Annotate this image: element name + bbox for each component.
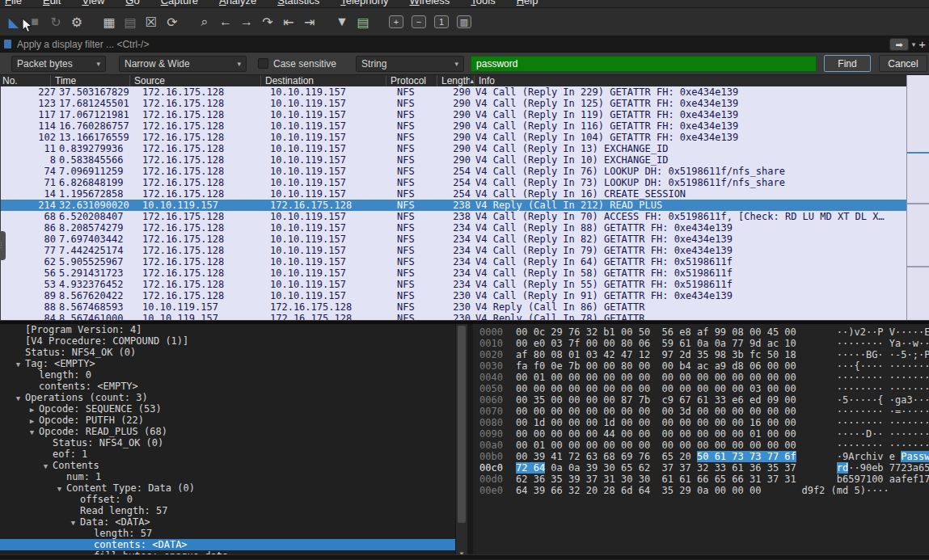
detail-row[interactable]: length: 0 [0, 369, 455, 381]
packet-row-114[interactable]: 11416.760286757172.16.175.12810.10.119.1… [1, 120, 907, 132]
column-header-destination[interactable]: Destination [260, 75, 386, 86]
search-type-dropdown[interactable]: String ▾ [356, 56, 464, 72]
menu-statistics[interactable]: Statistics [277, 0, 319, 6]
packet-row-14[interactable]: 141.195672858172.16.175.12810.10.119.157… [1, 188, 907, 200]
vertical-pane-divider[interactable] [467, 324, 473, 559]
details-scrollbar[interactable]: ▼ [455, 324, 467, 559]
display-filter-bar[interactable]: Apply a display filter ... <Ctrl-/> ➡ ▾ … [0, 36, 929, 53]
hex-row-0050[interactable]: 005000 00 00 00 00 00 00 00 00 00 00 00 … [473, 383, 929, 394]
hex-row-00b0[interactable]: 00b000 39 41 72 63 68 69 76 65 20 50 61 … [473, 451, 929, 462]
find-button[interactable]: Find [824, 55, 871, 72]
column-header-length[interactable]: Length▴ [437, 75, 474, 86]
filter-dropdown-caret-icon[interactable]: ▾ [912, 40, 916, 48]
packet-row-214[interactable]: 21432.63109002010.10.119.157172.16.175.1… [1, 200, 907, 211]
detail-row[interactable]: eof: 1 [0, 448, 455, 460]
column-header-protocol[interactable]: Protocol [386, 75, 437, 86]
go-back-icon[interactable]: ← [217, 13, 234, 31]
zoom-in-icon[interactable]: + [389, 15, 403, 28]
save-file-icon[interactable]: ▤ [121, 13, 139, 31]
case-sensitive-checkbox[interactable] [258, 58, 268, 69]
menu-analyze[interactable]: Analyze [219, 0, 256, 6]
expander-closed-icon[interactable]: ▶ [25, 415, 39, 427]
go-forward-icon[interactable]: → [238, 13, 255, 31]
packet-row-77[interactable]: 777.442425174172.16.175.12810.10.119.157… [1, 245, 907, 256]
detail-row[interactable]: ▶Opcode: PUTFH (22) [0, 415, 455, 426]
detail-row[interactable]: Read length: 57 [0, 505, 455, 516]
resize-columns-icon[interactable]: ▥ [457, 15, 471, 28]
hex-row-0000[interactable]: 000000 0c 29 76 32 b1 00 50 56 e8 af 99 … [473, 326, 929, 338]
display-filter-input[interactable]: Apply a display filter ... <Ctrl-/> [17, 39, 149, 50]
stop-capture-icon[interactable]: ■ [26, 13, 44, 31]
expander-closed-icon[interactable]: ▶ [25, 404, 39, 415]
capture-options-icon[interactable]: ⚙ [68, 13, 86, 31]
packet-row-88[interactable]: 888.56746859310.10.119.157172.16.175.128… [1, 301, 907, 313]
packet-row-74[interactable]: 747.096911259172.16.175.12810.10.119.157… [1, 166, 907, 177]
auto-scroll-icon[interactable]: ▼ [333, 13, 351, 31]
detail-row[interactable]: ▼Tag: <EMPTY> [0, 358, 455, 369]
reload-file-icon[interactable]: ⟳ [163, 13, 181, 31]
packet-row-86[interactable]: 868.208574279172.16.175.12810.10.119.157… [1, 222, 907, 234]
detail-row[interactable]: offset: 0 [0, 494, 455, 505]
hex-row-0060[interactable]: 006000 35 00 00 00 00 87 7b c9 67 61 33 … [473, 394, 929, 406]
go-to-packet-icon[interactable]: ↷ [259, 13, 277, 31]
zoom-100-icon[interactable]: 1 [434, 15, 449, 28]
packet-list-scrollbar[interactable] [906, 75, 929, 320]
menu-capture[interactable]: Capture [161, 0, 198, 6]
go-first-icon[interactable]: ⇤ [280, 13, 298, 31]
packet-row-8[interactable]: 80.583845566172.16.175.12810.10.119.157N… [1, 154, 907, 166]
hex-row-0070[interactable]: 007000 00 00 00 00 00 00 00 00 3d 00 00 … [473, 406, 929, 417]
add-filter-button[interactable]: + [918, 39, 926, 50]
detail-row[interactable]: length: 57 [0, 528, 455, 539]
packet-row-68[interactable]: 686.520208407172.16.175.12810.10.119.157… [1, 211, 907, 222]
start-capture-icon[interactable]: ◣ [5, 13, 23, 31]
packet-row-227[interactable]: 22737.503167829172.16.175.12810.10.119.1… [1, 86, 907, 98]
packet-row-53[interactable]: 534.932376452172.16.175.12810.10.119.157… [1, 279, 907, 290]
search-input[interactable]: password [471, 56, 817, 72]
expander-open-icon[interactable]: ▼ [39, 461, 53, 472]
column-header-info[interactable]: Info [474, 75, 929, 86]
apply-filter-button[interactable]: ➡ [889, 38, 908, 51]
hex-row-00e0[interactable]: 00e064 39 66 32 20 28 6d 64 35 29 0a 00 … [473, 485, 929, 496]
detail-row[interactable]: [V4 Procedure: COMPOUND (1)] [0, 335, 455, 347]
packet-row-80[interactable]: 807.697403442172.16.175.12810.10.119.157… [1, 234, 907, 245]
go-last-icon[interactable]: ⇥ [301, 13, 319, 31]
packet-row-71[interactable]: 716.826848199172.16.175.12810.10.119.157… [1, 177, 907, 188]
zoom-out-icon[interactable]: − [412, 15, 426, 28]
detail-row[interactable]: ▼Data: <DATA> [0, 516, 455, 528]
detail-row[interactable]: ▶Opcode: SEQUENCE (53) [0, 403, 455, 415]
packet-row-11[interactable]: 110.839279936172.16.175.12810.10.119.157… [1, 143, 907, 154]
detail-row[interactable]: num: 1 [0, 471, 455, 482]
detail-row[interactable]: contents: <DATA> [0, 539, 455, 550]
filter-bookmark-icon[interactable] [4, 40, 11, 48]
menu-view[interactable]: View [82, 0, 104, 6]
packet-row-117[interactable]: 11717.067121981172.16.175.12810.10.119.1… [1, 109, 907, 120]
packet-list-header[interactable]: No.TimeSourceDestinationProtocolLength▴I… [0, 75, 929, 87]
menu-help[interactable]: Help [517, 0, 538, 6]
restart-capture-icon[interactable]: ↻ [47, 13, 65, 31]
open-file-icon[interactable]: ▦ [100, 13, 118, 31]
detail-row[interactable]: ▼Opcode: READ_PLUS (68) [0, 426, 455, 437]
menu-wireless[interactable]: Wireless [410, 0, 450, 6]
hex-row-0080[interactable]: 008000 1d 00 00 00 1d 00 00 00 00 00 00 … [473, 417, 929, 428]
hex-row-0020[interactable]: 0020af 80 08 01 03 42 47 12 97 2d 35 98 … [473, 349, 929, 360]
expander-open-icon[interactable]: ▼ [53, 483, 66, 495]
packet-row-84[interactable]: 848.56746100010.10.119.157172.16.175.128… [1, 313, 907, 320]
find-packet-icon[interactable]: ⌕ [196, 13, 213, 31]
menu-file[interactable]: File [5, 0, 22, 6]
column-header-time[interactable]: Time [50, 75, 129, 86]
column-header-no[interactable]: No. [0, 75, 50, 86]
menu-go[interactable]: Go [125, 0, 139, 6]
details-scrollbar-thumb[interactable] [458, 326, 466, 523]
expander-open-icon[interactable]: ▼ [11, 393, 25, 404]
detail-row[interactable]: Status: NFS4_OK (0) [0, 437, 455, 448]
detail-row[interactable]: ▼Contents [0, 460, 455, 471]
search-scope-dropdown[interactable]: Packet bytes ▾ [11, 56, 106, 72]
hex-row-0090[interactable]: 009000 00 00 00 00 44 00 00 00 00 00 00 … [473, 428, 929, 440]
expander-open-icon[interactable]: ▼ [25, 427, 39, 438]
packet-row-123[interactable]: 12317.681245501172.16.175.12810.10.119.1… [1, 98, 907, 109]
expander-open-icon[interactable]: ▼ [66, 517, 80, 528]
colorize-icon[interactable]: ▤ [354, 13, 372, 31]
hex-row-0010[interactable]: 001000 e0 03 7f 00 00 80 06 59 61 0a 0a … [473, 338, 929, 349]
detail-row[interactable]: Status: NFS4_OK (0) [0, 347, 455, 358]
pane-splitter-handle[interactable] [0, 231, 6, 260]
